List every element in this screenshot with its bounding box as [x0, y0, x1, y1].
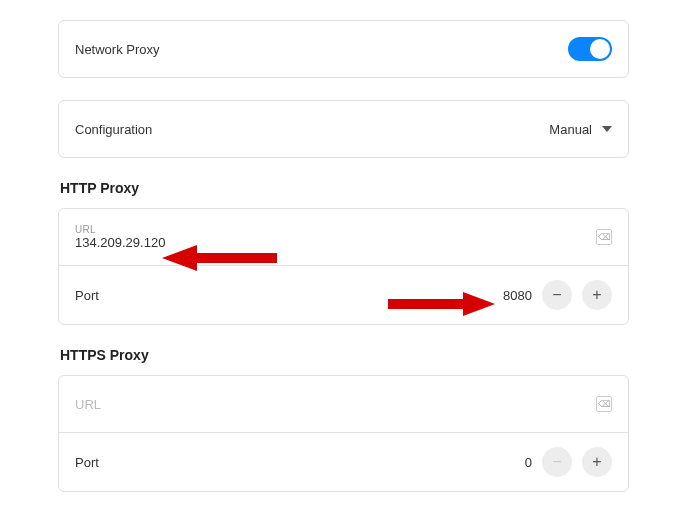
http-proxy-card: URL ⌫ Port 8080 − +: [58, 208, 629, 325]
https-port-decrement[interactable]: −: [542, 447, 572, 477]
https-proxy-title: HTTPS Proxy: [60, 347, 629, 363]
network-proxy-card: Network Proxy: [58, 20, 629, 78]
http-port-increment[interactable]: +: [582, 280, 612, 310]
http-url-label: URL: [75, 224, 375, 235]
http-port-label: Port: [75, 288, 99, 303]
https-port-increment[interactable]: +: [582, 447, 612, 477]
https-port-value: 0: [498, 455, 532, 470]
network-proxy-toggle[interactable]: [568, 37, 612, 61]
https-port-stepper: 0 − +: [498, 447, 612, 477]
chevron-down-icon: [602, 126, 612, 132]
https-port-label: Port: [75, 455, 99, 470]
https-url-clear-icon[interactable]: ⌫: [596, 396, 612, 412]
configuration-select[interactable]: Manual: [549, 122, 612, 137]
configuration-card: Configuration Manual: [58, 100, 629, 158]
configuration-value: Manual: [549, 122, 592, 137]
https-proxy-card: URL ⌫ Port 0 − +: [58, 375, 629, 492]
http-port-decrement[interactable]: −: [542, 280, 572, 310]
configuration-label: Configuration: [75, 122, 152, 137]
https-url-label: URL: [75, 397, 101, 412]
http-url-input[interactable]: [75, 235, 375, 250]
network-proxy-label: Network Proxy: [75, 42, 160, 57]
http-proxy-title: HTTP Proxy: [60, 180, 629, 196]
http-port-value: 8080: [498, 288, 532, 303]
http-url-clear-icon[interactable]: ⌫: [596, 229, 612, 245]
http-port-stepper: 8080 − +: [498, 280, 612, 310]
